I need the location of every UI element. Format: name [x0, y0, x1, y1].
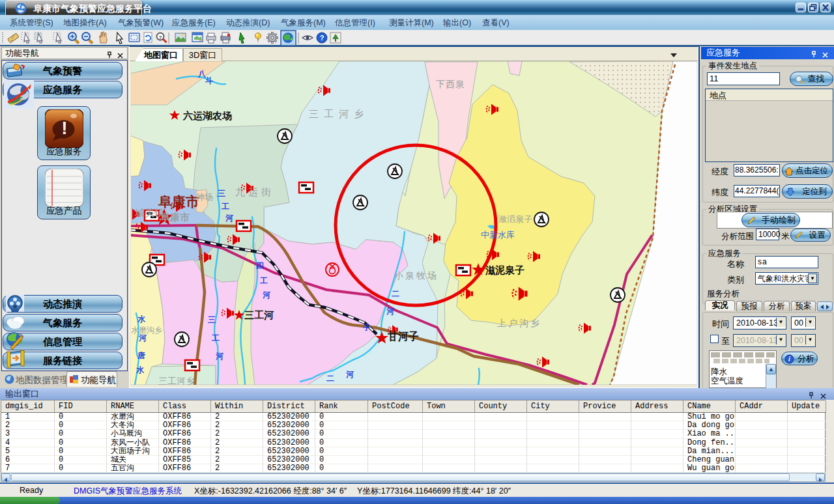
svg-text:河: 河 — [139, 333, 147, 343]
svg-text:!: ! — [61, 118, 67, 138]
svg-text:河: 河 — [386, 307, 394, 316]
svg-text:水: 水 — [137, 315, 146, 324]
svg-text:斗: 斗 — [205, 76, 214, 85]
svg-text:六运湖农场: 六运湖农场 — [182, 110, 232, 121]
svg-text:河: 河 — [346, 370, 354, 379]
svg-text:潋滔泉子: 潋滔泉子 — [498, 214, 532, 224]
svg-text:三: 三 — [218, 189, 225, 198]
svg-text:神场: 神场 — [195, 192, 213, 202]
svg-text:?: ? — [159, 35, 162, 40]
svg-text:河: 河 — [263, 290, 270, 300]
svg-text:四: 四 — [256, 261, 264, 270]
svg-text:阜康市: 阜康市 — [160, 212, 190, 223]
svg-text:河: 河 — [216, 352, 223, 361]
svg-text:子: 子 — [362, 323, 371, 332]
svg-text:二: 二 — [392, 289, 399, 298]
svg-text:河: 河 — [225, 214, 233, 223]
svg-text:二: 二 — [326, 374, 334, 383]
svg-text:i: i — [788, 356, 790, 363]
svg-text:甘河子: 甘河子 — [387, 331, 419, 342]
svg-text:三工河乡: 三工河乡 — [158, 376, 195, 385]
svg-text:三: 三 — [208, 315, 216, 324]
svg-text:九运街: 九运街 — [235, 186, 274, 197]
svg-text:工: 工 — [259, 276, 268, 285]
svg-text:上户沟乡: 上户沟乡 — [497, 318, 541, 328]
svg-text:工: 工 — [221, 202, 229, 211]
svg-text:下西泉: 下西泉 — [436, 79, 465, 89]
svg-text:水: 水 — [136, 365, 145, 374]
svg-text:三工河: 三工河 — [244, 309, 274, 320]
svg-text:唐: 唐 — [137, 351, 145, 360]
svg-text:水磨沟乡: 水磨沟乡 — [131, 326, 162, 335]
svg-text:三工河乡: 三工河乡 — [309, 108, 369, 119]
svg-text:?: ? — [320, 34, 324, 42]
svg-text:工: 工 — [211, 333, 220, 343]
svg-text:中新水库: 中新水库 — [481, 230, 515, 240]
svg-text:小泉牧场: 小泉牧场 — [394, 270, 439, 281]
svg-text:滋泥泉子: 滋泥泉子 — [485, 264, 525, 275]
